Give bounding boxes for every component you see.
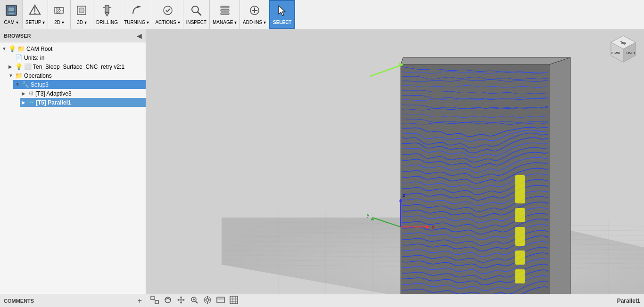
tree-item-adaptive3[interactable]: ▶ ⚙ [T3] Adaptive3 [20, 89, 146, 98]
operations-icon: 📁 [15, 72, 23, 79]
inspect-menu[interactable]: INSPECT [183, 0, 210, 29]
svg-marker-50 [401, 57, 570, 65]
main-area: BROWSER − ◀ ▼ 💡 📁 CAM Root 📄 Units: in [0, 29, 644, 307]
orbit-icon[interactable] [163, 295, 173, 307]
svg-marker-86 [183, 299, 185, 301]
svg-point-5 [34, 13, 36, 14]
tree-item-operations[interactable]: ▼ 📁 Operations [7, 71, 146, 80]
cam-label: CAM ▾ [4, 20, 18, 25]
svg-text:y: y [367, 212, 370, 218]
toolbar: CAM ▾ SETUP ▾ G1G2 2D ▾ 3D ▾ DRILLING TU… [0, 0, 644, 29]
2d-label: 2D ▾ [54, 20, 64, 25]
setup-menu[interactable]: SETUP ▾ [23, 0, 48, 29]
look-at-icon[interactable] [203, 295, 212, 307]
2d-menu[interactable]: G1G2 2D ▾ [48, 0, 71, 29]
browser-title: BROWSER [4, 33, 31, 39]
addins-icon [248, 4, 261, 19]
comments-panel: COMMENTS + [0, 294, 146, 307]
expand-model[interactable]: ▶ [8, 64, 15, 69]
fit-view-icon[interactable] [150, 295, 159, 307]
svg-point-16 [164, 6, 172, 15]
svg-rect-66 [515, 269, 525, 283]
tree-item-model[interactable]: ▶ 💡 ⬜ Ten_Sleep_Surface_CNC_retry v2:1 [7, 62, 146, 71]
tree-item-units[interactable]: 📄 Units: in [7, 53, 146, 62]
svg-text:FRONT: FRONT [611, 51, 621, 54]
svg-marker-84 [180, 302, 182, 304]
svg-rect-65 [515, 250, 525, 265]
manage-icon [218, 4, 231, 19]
svg-rect-19 [221, 6, 229, 8]
comments-title: COMMENTS [4, 298, 34, 304]
comments-add-btn[interactable]: + [138, 297, 142, 305]
turning-label: TURNING ▾ [124, 20, 149, 25]
pan-icon[interactable] [176, 295, 186, 307]
svg-text:x: x [432, 224, 435, 230]
setup3-icon: 🔧 [22, 81, 29, 88]
expand-cam-root[interactable]: ▼ [2, 46, 8, 51]
svg-marker-47 [401, 65, 549, 307]
addins-label: ADD-INS ▾ [243, 20, 266, 25]
units-icon: 📄 [15, 54, 23, 61]
drilling-menu[interactable]: DRILLING [93, 0, 121, 29]
turning-menu[interactable]: TURNING ▾ [121, 0, 152, 29]
bottom-bar: Parallel1 [146, 294, 644, 307]
2d-icon: G1G2 [52, 4, 66, 19]
setup3-label: Setup3 [31, 81, 49, 88]
browser-minimize-btn[interactable]: − [131, 32, 135, 40]
svg-marker-49 [549, 57, 570, 307]
manage-label: MANAGE ▾ [213, 20, 237, 25]
setup-icon [28, 4, 41, 19]
svg-line-81 [154, 299, 155, 300]
expand-adaptive3[interactable]: ▶ [22, 91, 28, 96]
actions-label: ACTIONS ▾ [155, 20, 180, 25]
operations-label: Operations [24, 73, 52, 79]
viewport[interactable]: x y z [146, 29, 644, 307]
3d-menu[interactable]: 3D ▾ [71, 0, 93, 29]
inspect-icon [190, 4, 203, 19]
tree-item-parallel1[interactable]: ▶ 〰 [T5] Parallel1 [20, 98, 146, 107]
svg-rect-97 [217, 297, 224, 303]
display-mode-icon[interactable] [216, 295, 225, 307]
svg-rect-64 [515, 227, 525, 246]
svg-marker-83 [180, 296, 182, 298]
addins-menu[interactable]: ADD-INS ▾ [240, 0, 269, 29]
svg-rect-62 [515, 175, 525, 203]
browser-collapse-btn[interactable]: ◀ [137, 32, 142, 40]
viewcube[interactable]: Top FRONT RIGHT [606, 33, 640, 67]
cam-menu[interactable]: CAM ▾ [0, 0, 23, 29]
svg-text:G2: G2 [56, 11, 60, 14]
grid-icon[interactable] [229, 295, 239, 307]
zoom-icon[interactable] [190, 295, 199, 307]
units-label: Units: in [24, 55, 44, 61]
setup-label: SETUP ▾ [25, 20, 45, 25]
svg-rect-2 [9, 13, 14, 14]
tree-item-setup3[interactable]: ▼ 🔧 Setup3 [13, 80, 146, 89]
svg-text:Top: Top [620, 41, 626, 45]
tree-item-cam-root[interactable]: ▼ 💡 📁 CAM Root [0, 44, 146, 53]
svg-rect-99 [230, 296, 238, 304]
viewcube-svg: Top FRONT RIGHT [606, 33, 640, 67]
svg-marker-85 [177, 299, 179, 301]
svg-rect-63 [515, 208, 525, 222]
expand-operations[interactable]: ▼ [8, 73, 15, 78]
expand-parallel1[interactable]: ▶ [22, 100, 28, 105]
drilling-icon [100, 4, 114, 19]
drilling-label: DRILLING [96, 20, 118, 25]
model-visibility-icon: 💡 [15, 63, 23, 70]
svg-line-60 [370, 65, 403, 76]
actions-menu[interactable]: ACTIONS ▾ [152, 0, 183, 29]
manage-menu[interactable]: MANAGE ▾ [210, 0, 240, 29]
svg-text:G1: G1 [56, 7, 60, 10]
adaptive3-icon: ⚙ [28, 90, 34, 97]
active-mode-label: Parallel1 [617, 298, 640, 304]
cam-root-folder-icon: 📁 [17, 45, 25, 52]
svg-point-91 [206, 299, 209, 301]
bottom-toolbar [150, 295, 239, 307]
svg-rect-20 [221, 9, 229, 11]
svg-point-82 [165, 297, 171, 303]
expand-setup3[interactable]: ▼ [15, 82, 22, 87]
cam-root-label: CAM Root [26, 46, 52, 52]
browser-controls: − ◀ [131, 32, 142, 40]
select-btn[interactable]: SELECT [269, 0, 295, 29]
svg-marker-13 [105, 13, 109, 16]
